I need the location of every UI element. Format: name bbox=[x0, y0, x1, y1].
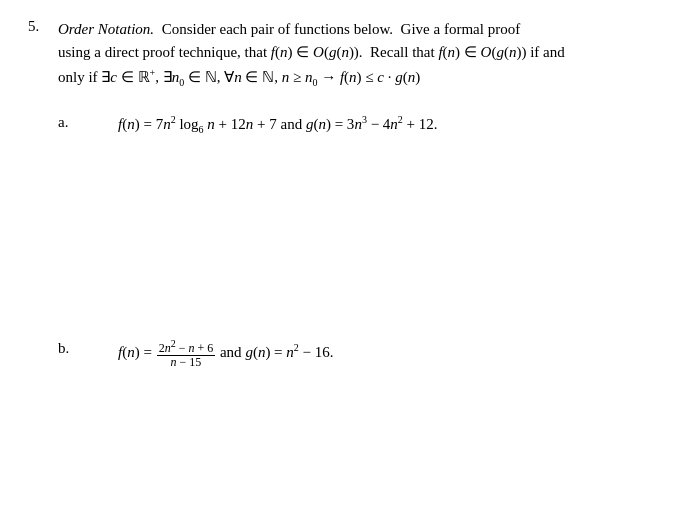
sub-problem-a: a. f(n) = 7n2 log6 n + 12n + 7 and g(n) … bbox=[58, 112, 647, 138]
problem-block: 5. Order Notation. Consider each pair of… bbox=[28, 18, 647, 369]
sub-content-b: f(n) = 2n2 − n + 6 n − 15 and g(n) = n2 … bbox=[118, 338, 647, 369]
sub-problems: a. f(n) = 7n2 log6 n + 12n + 7 and g(n) … bbox=[58, 108, 647, 369]
problem-content: Order Notation. Consider each pair of fu… bbox=[58, 18, 647, 369]
problem-number: 5. bbox=[28, 18, 58, 35]
sub-problem-b: b. f(n) = 2n2 − n + 6 n − 15 and g(n) = … bbox=[58, 338, 647, 369]
sub-label-b: b. bbox=[58, 338, 118, 357]
fraction: 2n2 − n + 6 n − 15 bbox=[157, 338, 216, 369]
sub-label-a: a. bbox=[58, 112, 118, 131]
problem-text: Order Notation. Consider each pair of fu… bbox=[58, 18, 647, 90]
sub-content-a: f(n) = 7n2 log6 n + 12n + 7 and g(n) = 3… bbox=[118, 112, 647, 138]
fraction-denominator: n − 15 bbox=[169, 356, 204, 369]
problem-title: Order Notation. bbox=[58, 21, 154, 37]
fraction-numerator: 2n2 − n + 6 bbox=[157, 338, 216, 356]
page: 5. Order Notation. Consider each pair of… bbox=[0, 0, 675, 524]
